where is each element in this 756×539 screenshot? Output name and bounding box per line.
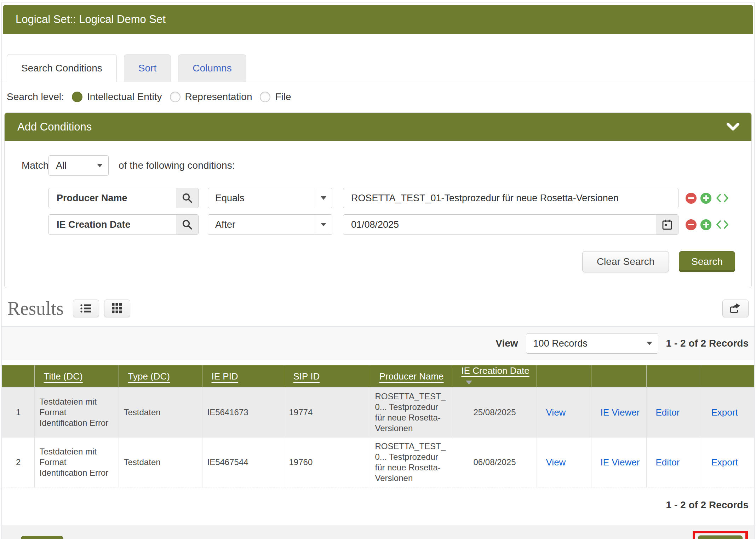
calendar-button[interactable] bbox=[656, 215, 678, 234]
view-link[interactable]: View bbox=[546, 457, 566, 468]
field-search-button[interactable] bbox=[176, 188, 198, 208]
condition-value-input[interactable]: ROSETTA_TEST_01-Testprozedur für neue Ro… bbox=[343, 188, 678, 208]
tab-label: Columns bbox=[193, 63, 231, 74]
editor-link[interactable]: Editor bbox=[656, 407, 680, 418]
search-button[interactable]: Search bbox=[679, 251, 735, 272]
add-condition-icon[interactable] bbox=[700, 219, 711, 230]
add-conditions-panel: Add Conditions Match All of the followin… bbox=[4, 112, 752, 288]
radio-label: Representation bbox=[185, 91, 252, 103]
radio-unselected-icon[interactable] bbox=[260, 92, 270, 102]
tab-search-conditions[interactable]: Search Conditions bbox=[7, 54, 117, 82]
match-row: Match All of the following conditions: bbox=[22, 155, 737, 176]
remove-condition-icon[interactable] bbox=[686, 219, 697, 230]
tab-sort[interactable]: Sort bbox=[124, 54, 171, 82]
col-type-dc: Type (DC) bbox=[119, 365, 202, 388]
condition-value: 01/08/2025 bbox=[343, 215, 656, 234]
condition-field-selector[interactable]: IE Creation Date bbox=[48, 214, 199, 235]
cell-producer: ROSETTA_TEST_0... Testprozedur für neue … bbox=[370, 388, 452, 437]
view-link[interactable]: View bbox=[546, 407, 566, 418]
logical-set-editor: Logical Set:: Logical Demo Set Search Co… bbox=[1, 2, 755, 539]
clear-search-label: Clear Search bbox=[597, 256, 654, 267]
table-header-row: Title (DC) Type (DC) IE PID SIP ID Produ… bbox=[2, 365, 754, 388]
add-conditions-header[interactable]: Add Conditions bbox=[5, 113, 751, 141]
col-ie-creation-date-sort[interactable]: IE Creation Date bbox=[462, 365, 529, 376]
records-per-page-select[interactable]: 100 Records bbox=[526, 333, 658, 354]
add-condition-icon[interactable] bbox=[700, 193, 711, 204]
view-label: View bbox=[496, 338, 518, 349]
code-brackets-icon[interactable] bbox=[715, 193, 729, 203]
match-select[interactable]: All bbox=[48, 155, 109, 176]
col-export bbox=[702, 365, 754, 388]
radio-selected-icon[interactable] bbox=[72, 92, 82, 102]
chevron-down-icon[interactable] bbox=[727, 123, 739, 131]
operator-value: After bbox=[208, 215, 315, 234]
cell-ie-pid: IE5467544 bbox=[202, 437, 284, 487]
col-title-dc-sort[interactable]: Title (DC) bbox=[44, 371, 83, 382]
clear-search-button[interactable]: Clear Search bbox=[582, 251, 669, 272]
conditions-buttons-row: Clear Search Search bbox=[22, 251, 737, 272]
search-label: Search bbox=[691, 256, 723, 267]
row-number: 1 bbox=[2, 388, 34, 437]
col-ie-pid-sort[interactable]: IE PID bbox=[212, 371, 238, 382]
remove-condition-icon[interactable] bbox=[686, 193, 697, 204]
search-level-row: Search level: Intellectual Entity Repres… bbox=[2, 82, 754, 110]
cell-sip-id: 19760 bbox=[284, 437, 370, 487]
condition-date-input[interactable]: 01/08/2025 bbox=[343, 214, 678, 235]
sort-desc-icon bbox=[466, 381, 472, 384]
cell-title: Testdateien mit Format Identification Er… bbox=[34, 388, 119, 437]
share-export-icon bbox=[729, 303, 742, 314]
ie-viewer-link[interactable]: IE Viewer bbox=[601, 407, 640, 418]
cell-date: 06/08/2025 bbox=[452, 437, 537, 487]
col-row-number bbox=[2, 365, 34, 388]
row-number: 2 bbox=[2, 437, 34, 487]
radio-representation[interactable]: Representation bbox=[170, 91, 252, 103]
tab-label: Sort bbox=[138, 63, 156, 74]
tab-columns[interactable]: Columns bbox=[178, 54, 246, 82]
editor-link[interactable]: Editor bbox=[656, 457, 680, 468]
list-view-button[interactable] bbox=[73, 300, 99, 317]
caret-down-icon[interactable] bbox=[91, 156, 108, 175]
ie-viewer-link[interactable]: IE Viewer bbox=[601, 457, 640, 468]
condition-operator-select[interactable]: Equals bbox=[208, 188, 332, 208]
field-search-button[interactable] bbox=[176, 215, 198, 234]
col-type-dc-sort[interactable]: Type (DC) bbox=[128, 371, 170, 382]
tab-bar: Search Conditions Sort Columns bbox=[2, 54, 754, 82]
caret-down-icon[interactable] bbox=[315, 215, 332, 234]
col-producer-name-sort[interactable]: Producer Name bbox=[379, 371, 444, 382]
caret-down-icon[interactable] bbox=[315, 188, 332, 208]
grid-view-button[interactable] bbox=[104, 300, 130, 317]
condition-field-value: IE Creation Date bbox=[49, 215, 176, 234]
results-table: Title (DC) Type (DC) IE PID SIP ID Produ… bbox=[2, 365, 754, 487]
col-sip-id-sort[interactable]: SIP ID bbox=[293, 371, 320, 382]
radio-intellectual-entity[interactable]: Intellectual Entity bbox=[72, 91, 162, 103]
export-link[interactable]: Export bbox=[711, 457, 738, 468]
save-button[interactable]: Save bbox=[698, 535, 743, 539]
condition-row-2: IE Creation Date After 01/08/2025 bbox=[48, 214, 737, 235]
search-icon bbox=[182, 193, 193, 203]
table-row: 2 Testdateien mit Format Identification … bbox=[2, 437, 754, 487]
operator-value: Equals bbox=[208, 188, 315, 208]
export-link[interactable]: Export bbox=[711, 407, 738, 418]
cell-title: Testdateien mit Format Identification Er… bbox=[34, 437, 119, 487]
records-summary-bottom-row: 1 - 2 of 2 Records bbox=[2, 487, 754, 525]
results-header-row: Results bbox=[2, 297, 754, 319]
list-view-icon bbox=[80, 303, 92, 313]
condition-row-actions bbox=[678, 188, 737, 208]
back-button[interactable]: Back bbox=[21, 536, 63, 539]
col-ie-pid: IE PID bbox=[202, 365, 284, 388]
condition-operator-select[interactable]: After bbox=[208, 214, 332, 235]
grid-view-icon bbox=[112, 303, 122, 314]
match-label: Match bbox=[22, 160, 48, 171]
condition-field-selector[interactable]: Producer Name bbox=[48, 188, 199, 208]
caret-down-icon[interactable] bbox=[641, 334, 658, 353]
records-summary: 1 - 2 of 2 Records bbox=[666, 499, 749, 511]
match-select-value: All bbox=[49, 156, 91, 175]
code-brackets-icon[interactable] bbox=[715, 219, 729, 230]
page-title: Logical Set:: Logical Demo Set bbox=[16, 13, 166, 26]
records-summary: 1 - 2 of 2 Records bbox=[666, 338, 749, 349]
results-table-wrap: Title (DC) Type (DC) IE PID SIP ID Produ… bbox=[2, 365, 754, 487]
col-title-dc: Title (DC) bbox=[34, 365, 119, 388]
export-results-button[interactable] bbox=[722, 300, 749, 317]
radio-unselected-icon[interactable] bbox=[170, 92, 181, 102]
radio-file[interactable]: File bbox=[260, 91, 291, 103]
